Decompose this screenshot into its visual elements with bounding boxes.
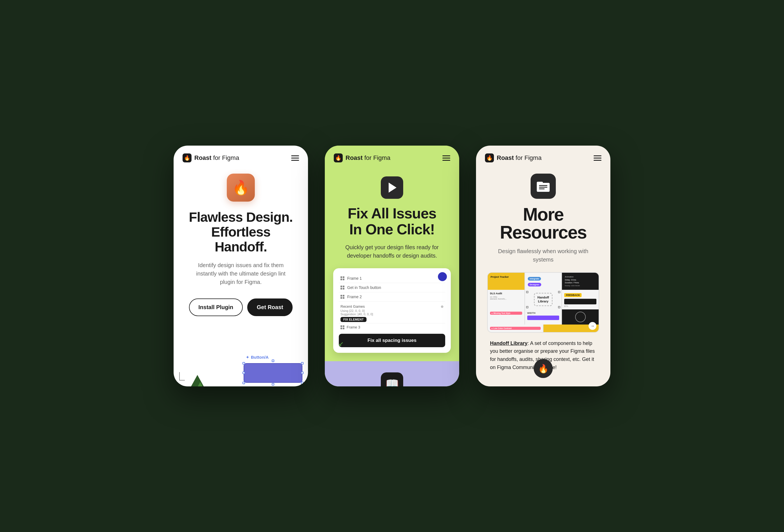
dls-audit-cell: DLS Audit on: DNo element: Kermit's... (488, 290, 525, 309)
phone-1: 🔥 Roast for Figma 🔥 Flawless Design. Eff… (174, 146, 308, 386)
phone-2-navbar: 🔥 Roast for Figma (325, 146, 459, 168)
folder-icon (537, 180, 550, 192)
cursor-icon-section (325, 176, 459, 199)
feedback-cell: FEEDBACK BT/L (562, 290, 599, 309)
phone-1-buttons: Install Plugin Get Roast (189, 299, 293, 316)
phone-3-headline: More Resources (487, 205, 599, 241)
navigate-cell: → (543, 325, 599, 332)
flame-icon-1: 🔥 (183, 153, 192, 162)
phone-1-headline: Flawless Design. Effortless Handoff. (185, 210, 297, 254)
width-cell: WIDTH (525, 309, 562, 325)
mockup-cursor (441, 334, 444, 338)
low-color-cell: ● Low Color Contrast (488, 325, 543, 332)
hamburger-menu-2[interactable] (442, 156, 450, 161)
cursor-icon-box (381, 176, 403, 199)
phone-2-bottom-section: 📖 Save Multiple (325, 361, 459, 386)
plugin-section-header: Recent Games ⊕ Using [22, 0, 0, 0] Sugge… (339, 302, 445, 324)
grid-icon-4 (340, 325, 344, 329)
svg-rect-4 (539, 189, 544, 189)
phone-1-navbar: 🔥 Roast for Figma (174, 146, 308, 168)
phone-3-navbar: 🔥 Roast for Figma (476, 146, 610, 168)
phone-3-footer: 🔥 (534, 359, 553, 378)
project-tracker-cell: Project Tracker (488, 273, 525, 290)
folder-icon-box (531, 174, 556, 199)
get-roast-button[interactable]: Get Roast (247, 299, 292, 316)
figma-selection-box: ✦ Button/A (244, 361, 302, 386)
svg-rect-1 (537, 182, 543, 185)
footer-fire-icon: 🔥 (534, 359, 553, 378)
svg-rect-3 (539, 187, 548, 188)
phone-3-brand: 🔥 Roast for Figma (485, 153, 541, 162)
triangle-decoration (182, 353, 216, 386)
hamburger-menu-3[interactable] (594, 156, 601, 161)
plugin-mockup: Frame 1 Get in Touch button Frame 2 (333, 268, 451, 353)
phone-3-content: More Resources Design flawlessly when wo… (476, 168, 610, 380)
animation-cell: Animation Delay: XXms Duration: Y%ms Eas… (562, 273, 599, 290)
phone-2-subtext: Quickly get your design files ready for … (325, 243, 459, 260)
phone-2-top-section: 🔥 Roast for Figma Fix All Issues In One … (325, 146, 459, 361)
phone-2: 🔥 Roast for Figma Fix All Issues In One … (325, 146, 459, 386)
resources-grid: Project Tracker Integrate Designer Anima… (487, 272, 599, 333)
hamburger-menu-1[interactable] (291, 156, 299, 161)
blue-circle-deco (438, 272, 447, 281)
grid-icon-3 (340, 295, 344, 299)
plugin-row-1: Frame 1 (339, 274, 445, 283)
cursor-arrow-icon (389, 183, 396, 193)
phone-1-subtext: Identify design issues and fix them inst… (193, 261, 288, 286)
tags-cell: Integrate Designer (525, 273, 562, 290)
corner-arrows-deco: ↙ (338, 340, 343, 348)
grid-icon-2 (340, 286, 344, 289)
phone-2-brand: 🔥 Roast for Figma (334, 153, 390, 162)
phone-1-brand: 🔥 Roast for Figma (183, 153, 239, 162)
book-icon: 📖 (381, 372, 403, 386)
phone-1-content: 🔥 Flawless Design. Effortless Handoff. I… (174, 168, 308, 338)
grid-icon-1 (340, 276, 344, 280)
plugin-row-4: Frame 3 (339, 324, 445, 330)
app-icon-1: 🔥 (227, 174, 255, 202)
install-plugin-button[interactable]: Install Plugin (189, 299, 243, 316)
phone-1-bottom-decoration: ✦ Button/A (174, 341, 308, 386)
phone-3-subtext: Design flawlessly when working with syst… (487, 247, 599, 264)
plugin-row-2: Get in Touch button (339, 283, 445, 292)
phone-3: 🔥 Roast for Figma More Resources (476, 146, 610, 386)
flame-icon-3: 🔥 (485, 153, 494, 162)
handoff-library-cell: HandoffLibrary (525, 290, 562, 309)
missing-text-cell: ● Missing Text Style (488, 309, 525, 325)
phone-2-headline: Fix All Issues In One Click! (325, 205, 459, 237)
plugin-row-3: Frame 2 (339, 292, 445, 302)
fix-element-btn[interactable]: FIX ELEMENT (340, 317, 366, 322)
flame-icon-2: 🔥 (334, 153, 343, 162)
fix-all-button[interactable]: Fix all spacing issues (339, 334, 445, 347)
svg-rect-2 (539, 185, 548, 186)
